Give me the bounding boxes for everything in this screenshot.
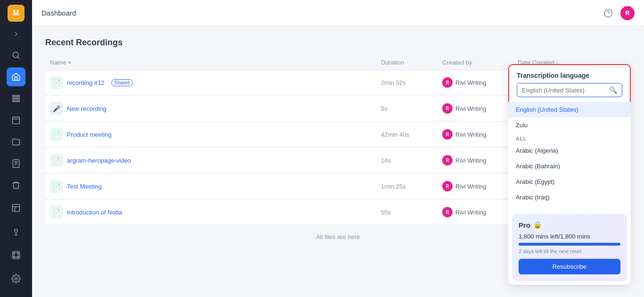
header-actions: R	[602, 6, 635, 20]
sort-icon: ▾	[68, 60, 71, 65]
svg-rect-1	[13, 95, 20, 97]
cell-creator: R Rivi Writing	[442, 181, 518, 191]
sidebar-item-folder[interactable]	[7, 132, 25, 151]
pro-mins-label: 1,800 mins left/1,800 mins	[519, 233, 620, 240]
creator-avatar: R	[442, 207, 453, 217]
cell-name: 🎤 New recording	[50, 102, 381, 115]
recording-icon: 📄	[50, 206, 63, 219]
language-item-arabic-jordan[interactable]: Arabic (Jordan)	[508, 205, 631, 210]
recording-icon: 📄	[50, 128, 63, 141]
language-group-all: All	[508, 133, 631, 143]
recording-name[interactable]: Test Meeting	[67, 183, 102, 190]
content-area: Recent Recordings Name ▾ Duration Create…	[32, 26, 644, 297]
recording-icon: 📄	[50, 76, 63, 89]
section-title: Recent Recordings	[45, 38, 631, 48]
header: Dashboard R	[32, 0, 644, 26]
sidebar-item-list[interactable]	[7, 89, 25, 108]
pro-reset-label: 2 days left till the next reset	[519, 248, 620, 254]
cell-duration: 5s	[381, 105, 442, 112]
pro-progress-fill	[519, 243, 620, 246]
col-created-by[interactable]: Created by	[442, 59, 518, 66]
creator-avatar: R	[442, 129, 453, 140]
header-title: Dashboard	[41, 9, 602, 17]
sidebar-item-trash[interactable]	[7, 176, 25, 195]
recording-icon: 📄	[50, 180, 63, 193]
cell-name: 📄 recording #12 Shared	[50, 76, 381, 89]
user-avatar[interactable]: R	[620, 6, 635, 20]
sidebar-item-search[interactable]	[7, 46, 25, 65]
col-name[interactable]: Name ▾	[50, 59, 381, 66]
help-button[interactable]	[602, 7, 615, 20]
cell-name: 📄 Product meeting	[50, 128, 381, 141]
cell-creator: R Rivi Writing	[442, 129, 518, 140]
cell-duration: 14s	[381, 157, 442, 164]
cell-creator: R Rivi Writing	[442, 207, 518, 217]
cell-name: 📄 argram-heropage-video	[50, 154, 381, 167]
recording-name[interactable]: argram-heropage-video	[67, 157, 131, 164]
sidebar-item-settings[interactable]	[7, 269, 25, 288]
cell-duration: 42min 40s	[381, 131, 442, 138]
svg-rect-8	[13, 252, 20, 259]
sidebar-item-star[interactable]	[7, 246, 25, 264]
language-item-arabic-iraq[interactable]: Arabic (Iraq)	[508, 190, 631, 205]
pro-progress-bar	[519, 243, 620, 246]
svg-point-0	[13, 52, 18, 58]
recording-icon: 🎤	[50, 102, 63, 115]
panel-header: Transcription language 🔍	[508, 64, 631, 102]
shared-badge: Shared	[111, 79, 133, 86]
resubscribe-button[interactable]: Resubscribe	[519, 259, 620, 274]
creator-avatar: R	[442, 103, 453, 114]
cell-name: 📄 Test Meeting	[50, 180, 381, 193]
language-item-zulu[interactable]: Zulu	[508, 117, 631, 133]
sidebar-item-pin[interactable]	[7, 222, 25, 241]
language-item-arabic-egypt[interactable]: Arabic (Egypt)	[508, 174, 631, 190]
cell-creator: R Rivi Writing	[442, 77, 518, 88]
svg-rect-2	[13, 98, 20, 99]
app-logo[interactable]: M	[8, 5, 25, 22]
pro-emoji: 🔒	[533, 221, 542, 229]
svg-rect-6	[13, 205, 20, 212]
sidebar: M	[0, 0, 32, 297]
svg-rect-3	[13, 100, 20, 102]
creator-avatar: R	[442, 181, 453, 191]
cell-duration: 55s	[381, 209, 442, 216]
creator-avatar: R	[442, 155, 453, 165]
cell-duration: 2min 52s	[381, 79, 442, 86]
sidebar-item-calendar[interactable]	[7, 111, 25, 130]
cell-duration: 1min 25s	[381, 183, 442, 190]
language-item-arabic-algeria[interactable]: Arabic (Algeria)	[508, 143, 631, 158]
transcription-panel: Transcription language 🔍 English (United…	[508, 64, 631, 285]
cell-creator: R Rivi Writing	[442, 155, 518, 165]
col-duration[interactable]: Duration	[381, 59, 442, 66]
sidebar-item-document[interactable]	[7, 154, 25, 173]
language-search-input[interactable]	[522, 87, 609, 94]
cell-name: 📄 Introduction of Notta	[50, 206, 381, 219]
recording-name[interactable]: Introduction of Notta	[67, 209, 122, 216]
recording-name[interactable]: New recording	[67, 105, 107, 112]
language-item-english-us[interactable]: English (United States)	[508, 102, 631, 117]
search-icon: 🔍	[609, 86, 617, 94]
sidebar-item-home[interactable]	[7, 67, 25, 86]
language-item-arabic-bahrain[interactable]: Arabic (Bahrain)	[508, 158, 631, 174]
creator-avatar: R	[442, 77, 453, 88]
svg-rect-4	[13, 117, 20, 124]
pro-card: Pro 🔒 1,800 mins left/1,800 mins 2 days …	[512, 214, 627, 281]
pro-title: Pro 🔒	[519, 221, 620, 229]
sidebar-collapse-button[interactable]	[10, 28, 22, 40]
cell-creator: R Rivi Writing	[442, 103, 518, 114]
svg-point-7	[15, 229, 18, 232]
language-list: English (United States) Zulu All Arabic …	[508, 102, 631, 210]
svg-point-9	[15, 278, 17, 280]
recording-name[interactable]: recording #12	[67, 79, 105, 86]
recording-name[interactable]: Product meeting	[67, 131, 112, 138]
sidebar-item-book[interactable]	[7, 198, 25, 217]
recording-icon: 📄	[50, 154, 63, 167]
main-content: Dashboard R Recent Recordings Name ▾ Dur…	[32, 0, 644, 297]
